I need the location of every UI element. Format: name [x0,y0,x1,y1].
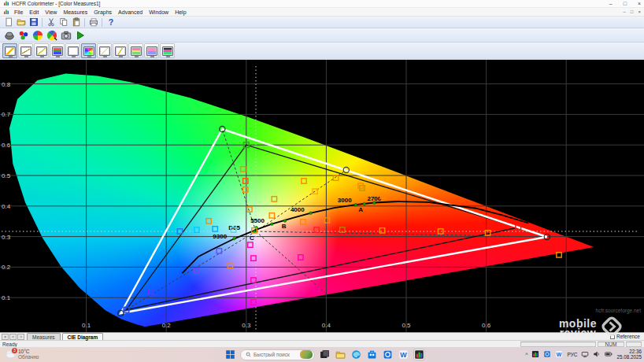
cie-diagram-chart: 9300D655500400030002700ABC0.10.20.30.40.… [0,60,644,332]
mdi-minimize-button[interactable]: – [624,9,626,14]
colortemp-view-button[interactable] [128,43,143,58]
print-button[interactable] [87,17,99,28]
free-measures-icon [18,30,29,41]
network-icon[interactable] [581,350,589,359]
taskbar-hcfr-task-button[interactable] [413,349,425,360]
whitepoint-view-button[interactable] [65,43,80,58]
close-button[interactable]: × [638,0,641,7]
taskbar-search[interactable] [240,349,315,360]
grid [0,60,644,332]
svg-text:W: W [400,351,407,359]
search-input[interactable] [254,352,297,357]
contrast-view-button[interactable] [113,43,128,58]
menu-file[interactable]: File [11,9,26,15]
menu-view[interactable]: View [42,9,60,15]
tray-app2-icon[interactable] [543,350,551,359]
sensor-config-icon [4,30,15,41]
print-icon [89,17,98,27]
sensor-config-button[interactable] [2,29,16,42]
taskbar-clock[interactable]: 22:36 25.08.2025 [616,349,642,360]
new-document-button[interactable] [2,17,14,28]
gamma-view-button[interactable] [18,43,33,58]
taskbar-w-app-button[interactable]: W [398,349,409,360]
app-icon [3,0,9,7]
reference-gamut-triangle [126,145,518,310]
primaries-measures-button[interactable] [31,29,44,42]
view-tab-bar: ×<> MeasuresCIE Diagram Reference [0,332,644,340]
run-measures-button[interactable] [73,29,87,42]
taskbar-edge-button[interactable] [350,349,362,360]
tray-app1-icon[interactable] [531,350,539,359]
taskbar-store-button[interactable] [366,349,378,360]
app-window: HCFR Colorimeter - [Color Measures1] – □… [0,0,644,362]
save-button[interactable] [28,17,39,28]
language-indicator[interactable]: РУС [567,352,577,357]
menu-window[interactable]: Window [146,9,172,15]
weather-alert-badge: 3 [12,348,17,353]
cloud-icon: 3 [5,349,16,359]
monitor-icon [20,46,31,56]
svg-text:C: C [250,235,254,242]
svg-text:0.6: 0.6 [2,142,11,149]
mdi-restore-button[interactable]: □ [631,9,634,14]
svg-text:0.5: 0.5 [402,322,411,329]
maximize-button[interactable]: □ [624,0,627,7]
free-measures-button[interactable] [17,29,30,42]
about-help-icon: ? [106,17,116,27]
measures-grid-view-button[interactable] [160,43,175,58]
svg-text:W: W [557,351,562,356]
search-icon [246,352,251,358]
luminance-view-button[interactable] [2,43,17,58]
hcfr-task-icon [414,349,424,360]
minimize-button[interactable]: – [609,0,613,7]
svg-text:0.7: 0.7 [2,111,11,118]
new-document-icon [4,17,13,27]
copy-button[interactable] [57,17,69,28]
battery-icon[interactable] [605,350,613,359]
taskbar-explorer-button[interactable] [335,349,346,360]
tray-chevron-icon[interactable]: ^ [525,352,527,357]
system-tray: ^ W РУС 22:36 25.08.2025 [525,349,642,360]
weather-widget[interactable]: 3 10°C Облачно [5,349,39,360]
luminance-log-view-button[interactable] [97,43,112,58]
nearblack-view-button[interactable] [34,43,49,58]
tray-app3-icon[interactable]: W [555,350,563,359]
svg-text:3000: 3000 [338,197,352,204]
w-app-icon: W [398,349,409,360]
menu-graphs[interactable]: Graphs [91,9,115,15]
taskbar-photos-button[interactable] [382,349,394,360]
monitor-icon [83,46,94,56]
taskbar-task-view-button[interactable] [319,349,331,360]
views-toolbar [0,42,644,60]
saturation-lines [120,129,547,313]
cut-button[interactable] [45,17,57,28]
menu-edit[interactable]: Edit [26,9,42,15]
tab-scroll-right[interactable]: > [17,334,24,340]
about-help-button[interactable]: ? [105,17,117,28]
save-icon [29,17,39,27]
tab-measures[interactable]: Measures [27,333,61,340]
saturation-view-button[interactable] [144,43,159,58]
cie-diagram-view-button[interactable] [81,43,96,58]
svg-text:0.5: 0.5 [2,172,11,179]
svg-text:0.3: 0.3 [2,234,11,241]
menu-measures[interactable]: Measures [60,9,91,15]
search-widget-thumbnail[interactable] [300,350,313,359]
rgb-levels-view-button[interactable] [50,43,65,58]
tab-scroll-left[interactable]: < [9,334,17,340]
volume-icon[interactable] [593,350,601,359]
tab-cie-diagram[interactable]: CIE Diagram [62,333,104,340]
menu-advanced[interactable]: Advanced [115,9,146,15]
primaries-measures-icon [32,30,43,41]
mdi-document-icon [3,9,9,16]
open-folder-button[interactable] [15,17,27,28]
toolbar-separator [102,18,102,27]
saturation-measures-button[interactable] [45,29,58,42]
tab-scroll-close[interactable]: × [2,334,9,340]
mdi-close-button[interactable]: × [638,9,641,14]
menu-help[interactable]: Help [172,9,189,15]
capture-button[interactable] [59,29,72,42]
start-button[interactable] [224,349,236,360]
weather-temp: 10°C [18,349,39,354]
paste-button[interactable] [70,17,82,28]
